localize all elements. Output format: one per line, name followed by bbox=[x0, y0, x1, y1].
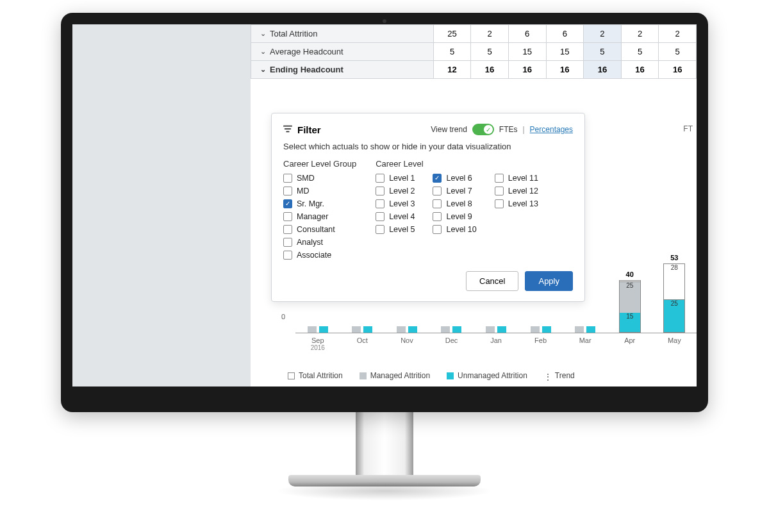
table-row-label[interactable]: ⌄Average Headcount bbox=[251, 43, 434, 61]
checkbox-level-9[interactable]: Level 9 bbox=[433, 212, 476, 221]
table-cell: 2 bbox=[471, 25, 509, 43]
table-cell: 16 bbox=[584, 61, 622, 79]
filter-panel: Filter View trend ✓ FTEs | Percentages S… bbox=[271, 113, 585, 302]
table-cell: 2 bbox=[659, 25, 697, 43]
y-axis-zero: 0 bbox=[281, 313, 285, 320]
checkbox-level-4[interactable]: Level 4 bbox=[376, 212, 415, 221]
legend-managed-swatch bbox=[360, 372, 367, 379]
checkbox-level-7[interactable]: Level 7 bbox=[433, 187, 476, 195]
table-cell: 16 bbox=[508, 61, 546, 79]
checkbox-level-12[interactable]: Level 12 bbox=[495, 187, 538, 195]
screen: ⌄Total Attrition25266222⌄Average Headcou… bbox=[72, 24, 697, 387]
checkbox-icon bbox=[283, 174, 292, 183]
checkbox-icon bbox=[283, 225, 292, 234]
table-row-label[interactable]: ⌄Total Attrition bbox=[251, 25, 434, 43]
x-axis-month: Dec bbox=[429, 337, 474, 351]
filter-title: Filter bbox=[283, 124, 321, 135]
checkbox-icon bbox=[433, 187, 442, 195]
table-row-label[interactable]: ⌄Ending Headcount bbox=[251, 61, 434, 79]
chevron-down-icon: ⌄ bbox=[260, 47, 266, 56]
main-content: ⌄Total Attrition25266222⌄Average Headcou… bbox=[251, 24, 697, 387]
stacked-bar: 401525 bbox=[619, 280, 641, 333]
table-cell: 6 bbox=[546, 25, 584, 43]
checkbox-label: Level 12 bbox=[508, 187, 538, 195]
checkbox-md[interactable]: MD bbox=[283, 187, 356, 195]
checkbox-icon bbox=[495, 174, 504, 183]
checkbox-smd[interactable]: SMD bbox=[283, 174, 356, 183]
legend-trend: Trend bbox=[555, 371, 575, 380]
legend-trend-swatch: ⋮ bbox=[544, 372, 551, 379]
bar-slot: 532528 bbox=[652, 230, 697, 333]
table-cell: 5 bbox=[621, 43, 659, 61]
table-cell: 15 bbox=[508, 43, 546, 61]
checkbox-icon bbox=[376, 199, 384, 208]
checkbox-label: Level 9 bbox=[446, 212, 472, 221]
checkbox-icon bbox=[283, 251, 292, 260]
checkbox-label: Analyst bbox=[297, 238, 323, 247]
x-axis-month: Oct bbox=[340, 337, 385, 351]
checkbox-icon bbox=[433, 225, 442, 234]
bar-slot: 401525 bbox=[608, 230, 652, 333]
view-trend-toggle[interactable]: ✓ bbox=[472, 124, 494, 135]
filter-instruction: Select which actuals to show or hide in … bbox=[283, 142, 573, 151]
checkbox-icon bbox=[495, 187, 504, 195]
stacked-bar: 532528 bbox=[663, 263, 685, 333]
checkbox-label: Level 8 bbox=[446, 199, 472, 208]
checkbox-label: Level 11 bbox=[508, 174, 538, 183]
checkbox-level-11[interactable]: Level 11 bbox=[495, 174, 538, 183]
checkbox-level-1[interactable]: Level 1 bbox=[376, 174, 415, 183]
checkbox-label: Level 1 bbox=[389, 174, 415, 183]
percentages-toggle[interactable]: Percentages bbox=[530, 125, 573, 134]
checkbox-analyst[interactable]: Analyst bbox=[283, 238, 356, 247]
chart-legend: Total Attrition Managed Attrition Unmana… bbox=[288, 371, 689, 380]
checkbox-consultant[interactable]: Consultant bbox=[283, 225, 356, 234]
table-cell: 5 bbox=[659, 43, 697, 61]
legend-total: Total Attrition bbox=[299, 371, 343, 380]
checkbox-icon bbox=[283, 199, 292, 208]
table-cell: 6 bbox=[508, 25, 546, 43]
legend-total-swatch bbox=[288, 372, 295, 379]
checkbox-level-10[interactable]: Level 10 bbox=[433, 225, 476, 234]
checkbox-sr-mgr-[interactable]: Sr. Mgr. bbox=[283, 199, 356, 208]
checkbox-label: Manager bbox=[297, 212, 328, 221]
fte-label-right: FT bbox=[683, 124, 693, 133]
career-level-group-header: Career Level Group bbox=[283, 159, 356, 169]
checkbox-label: Level 5 bbox=[389, 225, 415, 234]
x-axis-month: Apr bbox=[608, 337, 652, 351]
sidebar bbox=[72, 24, 251, 387]
table-cell: 12 bbox=[433, 61, 471, 79]
checkbox-level-5[interactable]: Level 5 bbox=[376, 225, 415, 234]
x-axis-month: Sep2016 bbox=[295, 337, 340, 351]
checkbox-label: Level 7 bbox=[446, 187, 472, 195]
checkbox-level-6[interactable]: Level 6 bbox=[433, 174, 476, 183]
table-cell: 16 bbox=[659, 61, 697, 79]
filter-icon bbox=[283, 124, 292, 135]
apply-button[interactable]: Apply bbox=[525, 271, 573, 291]
checkbox-label: Level 3 bbox=[389, 199, 415, 208]
checkbox-icon bbox=[376, 212, 384, 221]
checkbox-label: Level 4 bbox=[389, 212, 415, 221]
checkbox-manager[interactable]: Manager bbox=[283, 212, 356, 221]
ftes-toggle[interactable]: FTEs bbox=[499, 125, 518, 134]
career-level-header: Career Level bbox=[376, 159, 538, 169]
table-cell: 2 bbox=[621, 25, 659, 43]
checkbox-level-13[interactable]: Level 13 bbox=[495, 199, 538, 208]
checkbox-icon bbox=[433, 212, 442, 221]
x-axis-month: Jan bbox=[474, 337, 518, 351]
checkbox-label: Level 10 bbox=[446, 225, 476, 234]
checkbox-icon bbox=[283, 212, 292, 221]
checkbox-icon bbox=[433, 199, 442, 208]
checkbox-associate[interactable]: Associate bbox=[283, 251, 356, 260]
checkbox-level-8[interactable]: Level 8 bbox=[433, 199, 476, 208]
checkbox-label: Level 2 bbox=[389, 187, 415, 195]
checkbox-icon bbox=[283, 187, 292, 195]
checkbox-label: MD bbox=[297, 187, 309, 195]
legend-unmanaged-swatch bbox=[447, 372, 454, 379]
table-cell: 16 bbox=[471, 61, 509, 79]
x-axis-month: Nov bbox=[384, 337, 429, 351]
checkbox-label: Consultant bbox=[297, 225, 335, 234]
checkbox-level-3[interactable]: Level 3 bbox=[376, 199, 415, 208]
cancel-button[interactable]: Cancel bbox=[466, 271, 518, 291]
checkbox-label: Sr. Mgr. bbox=[297, 199, 324, 208]
checkbox-level-2[interactable]: Level 2 bbox=[376, 187, 415, 195]
